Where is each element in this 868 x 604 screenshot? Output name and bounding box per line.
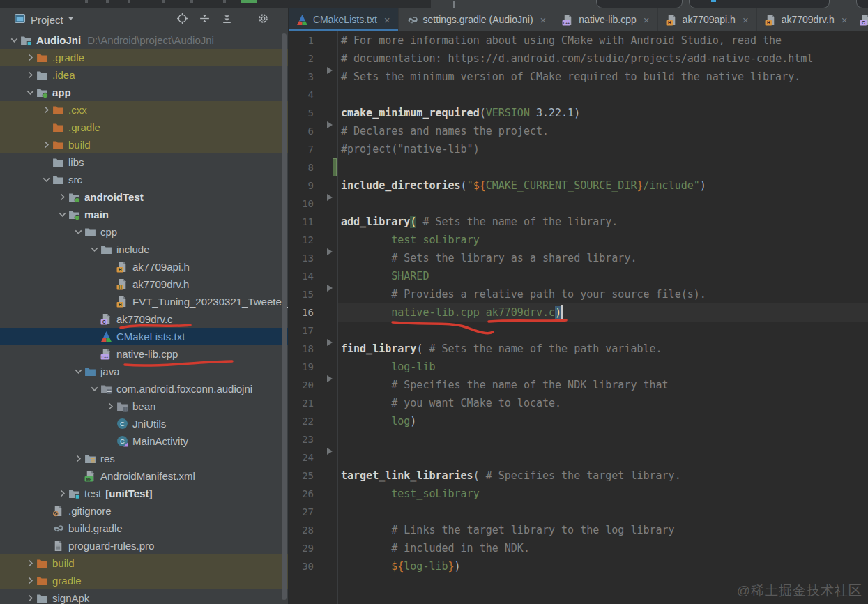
code-line-22[interactable]: log) [341,412,868,430]
fold-arrow-icon[interactable] [327,372,333,379]
tree-item-bean[interactable]: bean [0,398,288,415]
chevron-down-icon[interactable] [24,86,36,98]
run-config-widget-partial[interactable] [596,0,683,8]
chevron-down-icon[interactable] [8,34,20,46]
tree-item-signApk[interactable]: signApk [0,589,288,604]
tree-item-AndroidManifest.xml[interactable]: MFAndroidManifest.xml [0,467,288,485]
code-line-26[interactable]: test_soLibrary [341,485,868,503]
code-line-23[interactable] [341,430,868,448]
tree-item-.gradle[interactable]: .gradle [0,49,288,66]
code-line-12[interactable]: test_soLibrary [341,231,868,249]
code-editor[interactable]: 1234567891011121314151617181920212223242… [289,31,868,604]
code-line-18[interactable]: find_library( # Sets the name of the pat… [341,340,868,358]
code-line-20[interactable]: # Specifies the name of the NDK library … [341,376,868,394]
tree-item-.idea[interactable]: .idea [0,66,288,84]
tree-item-java[interactable]: java [0,363,288,380]
tree-item-ak7709drv.h[interactable]: Hak7709drv.h [0,275,288,293]
fold-arrow-icon[interactable] [327,246,333,252]
tree-item-app[interactable]: app [0,84,288,101]
code-line-27[interactable] [341,503,868,521]
code-line-10[interactable] [341,195,868,213]
tree-scrollbar[interactable] [282,33,287,600]
project-view-selector[interactable]: Project [31,14,63,26]
code-area[interactable]: # For more information about using CMake… [341,31,868,575]
fold-arrow-icon[interactable] [327,336,333,343]
code-line-11[interactable]: add_library( # Sets the name of the libr… [341,213,868,231]
editor-tab-native-lib.cpp[interactable]: C++native-lib.cpp× [554,8,657,31]
tree-item-main[interactable]: main [0,206,288,223]
tree-item-test[interactable]: test[unitTest] [0,485,288,502]
tree-item-MainActivity[interactable]: CMainActivity [0,432,288,450]
code-line-25[interactable]: target_link_libraries( # Specifies the t… [341,467,868,485]
tree-item-.gradle[interactable]: .gradle [0,119,288,136]
close-tab-icon[interactable]: × [743,14,749,26]
chevron-right-icon[interactable] [24,592,36,604]
editor-tab-partial[interactable]: C [855,8,868,31]
editor-tab-settings.gradle (AudioJni)[interactable]: settings.gradle (AudioJni)× [399,8,555,31]
tree-item-com.android.foxconn.audiojni[interactable]: com.android.foxconn.audiojni [0,380,288,398]
code-line-16[interactable]: native-lib.cpp ak7709drv.c) [341,303,868,322]
fold-arrow-icon[interactable] [327,64,333,71]
code-line-8[interactable] [341,158,868,176]
code-line-13[interactable]: # Sets the library as a shared library. [341,249,868,267]
chevron-down-icon[interactable] [89,243,100,255]
collapse-vertically-icon[interactable] [199,13,211,27]
tree-item-JniUtils[interactable]: CJniUtils [0,415,288,432]
tree-item-proguard-rules.pro[interactable]: proguard-rules.pro [0,537,288,554]
close-tab-icon[interactable]: × [384,14,390,26]
code-line-6[interactable]: # Declares and names the project. [341,122,868,140]
code-line-19[interactable]: log-lib [341,358,868,376]
code-line-3[interactable]: # Sets the minimum version of CMake requ… [341,68,868,86]
chevron-right-icon[interactable] [56,191,68,203]
code-line-1[interactable]: # For more information about using CMake… [341,31,868,50]
tree-item-gradle[interactable]: gradle [0,572,288,589]
device-selector-widget-partial[interactable] [689,0,830,8]
chevron-right-icon[interactable] [56,488,68,499]
chevron-down-icon[interactable] [89,383,100,395]
code-line-5[interactable]: cmake_minimum_required(VERSION 3.22.1) [341,104,868,122]
code-line-2[interactable]: # documentation: https://d.android.com/s… [341,50,868,68]
tree-item-build[interactable]: build [0,136,288,153]
chevron-right-icon[interactable] [24,575,36,587]
editor-tab-CMakeLists.txt[interactable]: CMakeLists.txt× [289,8,399,31]
tree-item-ak7709drv.c[interactable]: Cak7709drv.c [0,310,288,328]
tree-item-CMakeLists.txt[interactable]: CMakeLists.txt [0,328,288,345]
chevron-right-icon[interactable] [24,69,36,81]
tree-item-build.gradle[interactable]: build.gradle [0,520,288,537]
chevron-down-icon[interactable] [56,209,68,220]
tree-item-ak7709api.h[interactable]: Hak7709api.h [0,258,288,275]
code-line-14[interactable]: SHARED [341,267,868,285]
tree-item-AudioJni[interactable]: AudioJniD:\Android\project\AudioJni [0,31,288,49]
editor-tab-ak7709api.h[interactable]: Hak7709api.h× [658,8,757,31]
chevron-right-icon[interactable] [40,104,52,116]
code-line-30[interactable]: ${log-lib}) [341,557,868,575]
code-line-7[interactable]: #project("native-lib") [341,140,868,158]
editor-tab-ak7709drv.h[interactable]: Hak7709drv.h× [757,8,856,31]
close-tab-icon[interactable]: × [842,14,848,26]
chevron-right-icon[interactable] [105,400,116,412]
tree-item-.gitignore[interactable]: .gitignore [0,502,288,520]
chevron-right-icon[interactable] [24,557,36,569]
gear-icon[interactable] [257,13,269,27]
code-line-24[interactable] [341,448,868,467]
chevron-right-icon[interactable] [24,52,36,63]
code-line-9[interactable]: include_directories("${CMAKE_CURRENT_SOU… [341,176,868,195]
locate-target-icon[interactable] [176,13,188,27]
tree-item-src[interactable]: src [0,171,288,188]
chevron-down-icon[interactable] [73,226,84,238]
chevron-right-icon[interactable] [73,453,84,465]
chevron-right-icon[interactable] [40,139,52,151]
fold-arrow-icon[interactable] [327,282,333,289]
code-line-17[interactable] [341,322,868,340]
fold-arrow-icon[interactable] [327,445,333,452]
close-tab-icon[interactable]: × [644,14,650,26]
tree-item-build[interactable]: build [0,554,288,572]
tree-item-FVT_Tuning_20230321_Tweeter_a[interactable]: HFVT_Tuning_20230321_Tweeter_a [0,293,288,310]
code-line-28[interactable]: # Links the target library to the log li… [341,521,868,539]
tree-item-.cxx[interactable]: .cxx [0,101,288,119]
chevron-down-icon[interactable] [73,365,84,377]
code-line-4[interactable] [341,86,868,104]
close-tab-icon[interactable]: × [540,14,547,26]
fold-arrow-icon[interactable] [327,191,333,198]
chevron-down-icon[interactable] [40,174,52,186]
